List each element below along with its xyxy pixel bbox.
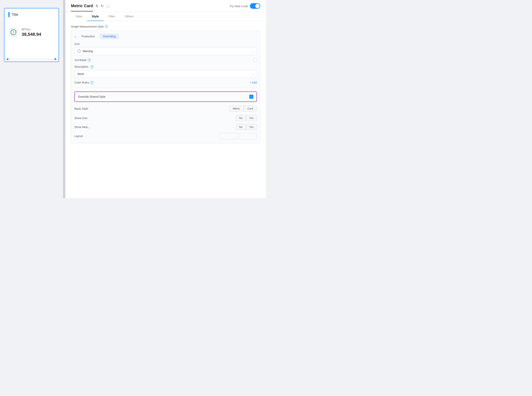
card-title-text: Title (12, 13, 18, 17)
card-handle-left[interactable] (7, 58, 8, 60)
style-tabs-header: ⌄ Production Overriding (74, 34, 257, 39)
color-rules-row: Color Rules ? + Add (74, 81, 257, 87)
card-title-row: Title (8, 12, 55, 17)
yoy-mom-checkbox[interactable] (253, 58, 257, 62)
basic-style-metric-btn[interactable]: Metric (229, 105, 243, 112)
refresh-icon[interactable]: ↻ (101, 4, 104, 11)
description-help-icon[interactable]: ? (90, 65, 94, 69)
show-icon-no-btn[interactable]: No (236, 115, 246, 121)
icon-dropdown-value: Warning (83, 50, 93, 53)
show-icon-row: Show Icon No Yes (74, 115, 257, 121)
toggle-knob (255, 4, 260, 8)
show-mea-label: Show Mea... (74, 125, 90, 129)
description-field-row: Description ? None ⌄ (74, 65, 257, 78)
icon-chevron-icon: ⌄ (252, 50, 254, 53)
yoy-mom-row: YoY/MoM ? (74, 58, 257, 62)
metric-info: WTGs 38,548.94 (22, 28, 41, 37)
override-shared-style-section: Override Shared Style ✓ (74, 92, 257, 102)
warning-small-icon: ! (77, 49, 81, 53)
basic-style-label: Basic Style (74, 107, 88, 110)
description-value: None (77, 72, 84, 76)
single-measurement-label: Single Measurement Style ? (71, 25, 260, 28)
description-dropdown[interactable]: None ⌄ (74, 70, 257, 78)
show-icon-yes-btn[interactable]: Yes (246, 115, 257, 121)
tab-data[interactable]: Data (71, 12, 87, 21)
panel-header: Metric Card ⇅ ↻ ⬚ Try New Look (65, 0, 266, 12)
warning-icon: ! (11, 29, 16, 35)
card-handle-right[interactable] (55, 58, 56, 60)
overriding-tab[interactable]: Overriding (100, 34, 119, 39)
metric-value: 38,548.94 (22, 32, 41, 37)
show-icon-btn-group: No Yes (236, 115, 257, 121)
tab-others[interactable]: Others (120, 12, 139, 21)
layout-row: Layout (74, 133, 257, 139)
show-mea-yes-btn[interactable]: Yes (246, 124, 257, 130)
card-bottom-bar (7, 59, 56, 59)
show-mea-btn-group: No Yes (236, 124, 257, 130)
add-color-rule-button[interactable]: + Add (250, 81, 257, 84)
yoy-mom-label: YoY/MoM ? (74, 58, 91, 62)
show-mea-row: Show Mea... No Yes (74, 124, 257, 130)
panel-title: Metric Card (71, 4, 93, 12)
try-new-look-section: Try New Look (230, 3, 260, 12)
try-new-look-label: Try New Look (230, 4, 248, 8)
style-tabs-container: ⌄ Production Overriding Icon ! Warning ⌄ (71, 31, 260, 143)
right-panel: Metric Card ⇅ ↻ ⬚ Try New Look Data Styl… (65, 0, 266, 198)
show-mea-no-btn[interactable]: No (236, 124, 246, 130)
icon-field-row: Icon ! Warning ⌄ (74, 42, 257, 55)
basic-style-btn-group: Metric Card (229, 105, 257, 112)
panel-divider (63, 0, 65, 198)
tabs-row: Data Style Filter Others (65, 12, 266, 21)
panel-header-left: Metric Card ⇅ ↻ ⬚ (71, 4, 110, 12)
override-checkbox[interactable]: ✓ (249, 95, 253, 99)
card-metric-row: ! WTGs 38,548.94 (8, 25, 55, 43)
tab-filter[interactable]: Filter (104, 12, 120, 21)
warning-icon-circle: ! (8, 27, 18, 37)
layout-dropdown-1[interactable] (219, 133, 237, 139)
color-rules-label: Color Rules ? (74, 81, 93, 84)
try-new-look-toggle[interactable] (250, 3, 260, 9)
layout-dropdowns (219, 133, 257, 139)
production-tab[interactable]: Production (78, 34, 98, 39)
show-icon-label: Show Icon (74, 116, 87, 120)
single-measurement-help-icon[interactable]: ? (105, 25, 108, 28)
description-chevron-icon: ⌄ (252, 73, 254, 76)
title-bar-icon (8, 12, 10, 17)
basic-style-card-btn[interactable]: Card (244, 105, 257, 112)
icon-dropdown-left: ! Warning (77, 49, 93, 53)
icon-label: Icon (74, 42, 257, 46)
chevron-down-icon: ⌄ (74, 35, 77, 38)
yoy-mom-help-icon[interactable]: ? (88, 58, 91, 62)
sort-icon[interactable]: ⇅ (95, 4, 98, 11)
left-panel: Title ! WTGs 38,548.94 (0, 0, 63, 198)
metric-card: Title ! WTGs 38,548.94 (4, 8, 59, 62)
metric-label: WTGs (22, 28, 41, 31)
panel-body: Single Measurement Style ? ⌄ Production … (65, 21, 266, 198)
tab-style[interactable]: Style (87, 12, 104, 21)
icon-dropdown[interactable]: ! Warning ⌄ (74, 47, 257, 55)
override-label: Override Shared Style (78, 95, 106, 98)
color-rules-help-icon[interactable]: ? (90, 81, 93, 84)
layout-label: Layout (74, 134, 83, 138)
save-icon[interactable]: ⬚ (106, 4, 110, 11)
description-label: Description ? (74, 65, 257, 69)
layout-dropdown-2[interactable] (239, 133, 257, 139)
basic-style-row: Basic Style Metric Card (74, 105, 257, 112)
